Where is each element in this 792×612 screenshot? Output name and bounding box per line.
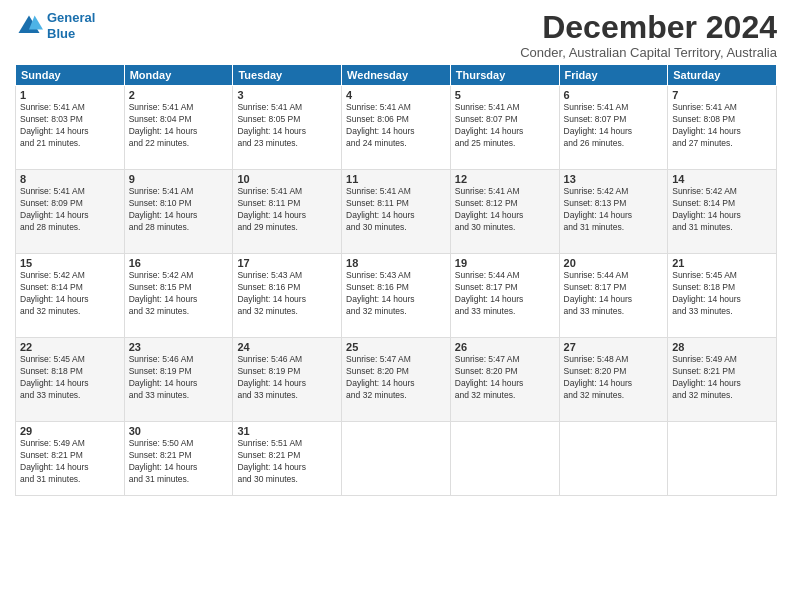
day-number: 31 xyxy=(237,425,337,437)
day-number: 22 xyxy=(20,341,120,353)
calendar-cell: 2 Sunrise: 5:41 AMSunset: 8:04 PMDayligh… xyxy=(124,86,233,170)
day-info: Sunrise: 5:41 AMSunset: 8:06 PMDaylight:… xyxy=(346,102,446,150)
calendar-cell: 13 Sunrise: 5:42 AMSunset: 8:13 PMDaylig… xyxy=(559,170,668,254)
day-header: Sunday xyxy=(16,65,125,86)
day-info: Sunrise: 5:42 AMSunset: 8:15 PMDaylight:… xyxy=(129,270,229,318)
day-header: Monday xyxy=(124,65,233,86)
title-section: December 2024 Conder, Australian Capital… xyxy=(520,10,777,60)
day-info: Sunrise: 5:43 AMSunset: 8:16 PMDaylight:… xyxy=(237,270,337,318)
day-number: 28 xyxy=(672,341,772,353)
logo-icon xyxy=(15,12,43,40)
calendar-cell: 27 Sunrise: 5:48 AMSunset: 8:20 PMDaylig… xyxy=(559,338,668,422)
day-number: 26 xyxy=(455,341,555,353)
day-header: Friday xyxy=(559,65,668,86)
day-number: 17 xyxy=(237,257,337,269)
day-number: 3 xyxy=(237,89,337,101)
calendar-cell: 10 Sunrise: 5:41 AMSunset: 8:11 PMDaylig… xyxy=(233,170,342,254)
calendar-cell: 31 Sunrise: 5:51 AMSunset: 8:21 PMDaylig… xyxy=(233,422,342,496)
page: General Blue December 2024 Conder, Austr… xyxy=(0,0,792,612)
day-number: 29 xyxy=(20,425,120,437)
calendar-cell: 3 Sunrise: 5:41 AMSunset: 8:05 PMDayligh… xyxy=(233,86,342,170)
calendar-cell xyxy=(668,422,777,496)
calendar-cell: 30 Sunrise: 5:50 AMSunset: 8:21 PMDaylig… xyxy=(124,422,233,496)
calendar-cell xyxy=(342,422,451,496)
day-number: 19 xyxy=(455,257,555,269)
logo-text: General Blue xyxy=(47,10,95,41)
day-number: 5 xyxy=(455,89,555,101)
day-info: Sunrise: 5:46 AMSunset: 8:19 PMDaylight:… xyxy=(129,354,229,402)
day-info: Sunrise: 5:41 AMSunset: 8:11 PMDaylight:… xyxy=(237,186,337,234)
subtitle: Conder, Australian Capital Territory, Au… xyxy=(520,45,777,60)
calendar-cell: 6 Sunrise: 5:41 AMSunset: 8:07 PMDayligh… xyxy=(559,86,668,170)
logo-line2: Blue xyxy=(47,26,75,41)
calendar-cell: 9 Sunrise: 5:41 AMSunset: 8:10 PMDayligh… xyxy=(124,170,233,254)
day-info: Sunrise: 5:48 AMSunset: 8:20 PMDaylight:… xyxy=(564,354,664,402)
day-number: 1 xyxy=(20,89,120,101)
day-number: 14 xyxy=(672,173,772,185)
day-info: Sunrise: 5:45 AMSunset: 8:18 PMDaylight:… xyxy=(20,354,120,402)
day-header: Saturday xyxy=(668,65,777,86)
calendar-cell: 24 Sunrise: 5:46 AMSunset: 8:19 PMDaylig… xyxy=(233,338,342,422)
calendar-cell: 12 Sunrise: 5:41 AMSunset: 8:12 PMDaylig… xyxy=(450,170,559,254)
day-number: 11 xyxy=(346,173,446,185)
day-info: Sunrise: 5:42 AMSunset: 8:14 PMDaylight:… xyxy=(20,270,120,318)
logo: General Blue xyxy=(15,10,95,41)
day-number: 18 xyxy=(346,257,446,269)
calendar: SundayMondayTuesdayWednesdayThursdayFrid… xyxy=(15,64,777,496)
calendar-cell: 17 Sunrise: 5:43 AMSunset: 8:16 PMDaylig… xyxy=(233,254,342,338)
day-info: Sunrise: 5:41 AMSunset: 8:08 PMDaylight:… xyxy=(672,102,772,150)
calendar-cell: 8 Sunrise: 5:41 AMSunset: 8:09 PMDayligh… xyxy=(16,170,125,254)
day-number: 21 xyxy=(672,257,772,269)
calendar-cell: 19 Sunrise: 5:44 AMSunset: 8:17 PMDaylig… xyxy=(450,254,559,338)
day-number: 23 xyxy=(129,341,229,353)
day-number: 16 xyxy=(129,257,229,269)
day-number: 10 xyxy=(237,173,337,185)
calendar-cell: 29 Sunrise: 5:49 AMSunset: 8:21 PMDaylig… xyxy=(16,422,125,496)
calendar-cell: 1 Sunrise: 5:41 AMSunset: 8:03 PMDayligh… xyxy=(16,86,125,170)
day-info: Sunrise: 5:47 AMSunset: 8:20 PMDaylight:… xyxy=(455,354,555,402)
day-number: 6 xyxy=(564,89,664,101)
day-number: 8 xyxy=(20,173,120,185)
day-info: Sunrise: 5:45 AMSunset: 8:18 PMDaylight:… xyxy=(672,270,772,318)
day-info: Sunrise: 5:41 AMSunset: 8:10 PMDaylight:… xyxy=(129,186,229,234)
day-info: Sunrise: 5:49 AMSunset: 8:21 PMDaylight:… xyxy=(20,438,120,486)
day-info: Sunrise: 5:44 AMSunset: 8:17 PMDaylight:… xyxy=(564,270,664,318)
day-header: Tuesday xyxy=(233,65,342,86)
calendar-cell: 22 Sunrise: 5:45 AMSunset: 8:18 PMDaylig… xyxy=(16,338,125,422)
day-number: 24 xyxy=(237,341,337,353)
day-number: 30 xyxy=(129,425,229,437)
calendar-cell: 26 Sunrise: 5:47 AMSunset: 8:20 PMDaylig… xyxy=(450,338,559,422)
calendar-cell: 14 Sunrise: 5:42 AMSunset: 8:14 PMDaylig… xyxy=(668,170,777,254)
day-info: Sunrise: 5:41 AMSunset: 8:05 PMDaylight:… xyxy=(237,102,337,150)
day-number: 15 xyxy=(20,257,120,269)
day-number: 13 xyxy=(564,173,664,185)
calendar-cell: 15 Sunrise: 5:42 AMSunset: 8:14 PMDaylig… xyxy=(16,254,125,338)
day-number: 25 xyxy=(346,341,446,353)
calendar-cell: 25 Sunrise: 5:47 AMSunset: 8:20 PMDaylig… xyxy=(342,338,451,422)
day-info: Sunrise: 5:47 AMSunset: 8:20 PMDaylight:… xyxy=(346,354,446,402)
calendar-cell: 18 Sunrise: 5:43 AMSunset: 8:16 PMDaylig… xyxy=(342,254,451,338)
calendar-cell: 23 Sunrise: 5:46 AMSunset: 8:19 PMDaylig… xyxy=(124,338,233,422)
day-info: Sunrise: 5:46 AMSunset: 8:19 PMDaylight:… xyxy=(237,354,337,402)
day-number: 20 xyxy=(564,257,664,269)
day-info: Sunrise: 5:41 AMSunset: 8:04 PMDaylight:… xyxy=(129,102,229,150)
day-info: Sunrise: 5:50 AMSunset: 8:21 PMDaylight:… xyxy=(129,438,229,486)
day-number: 4 xyxy=(346,89,446,101)
calendar-cell: 5 Sunrise: 5:41 AMSunset: 8:07 PMDayligh… xyxy=(450,86,559,170)
day-info: Sunrise: 5:41 AMSunset: 8:07 PMDaylight:… xyxy=(564,102,664,150)
day-info: Sunrise: 5:51 AMSunset: 8:21 PMDaylight:… xyxy=(237,438,337,486)
calendar-cell: 11 Sunrise: 5:41 AMSunset: 8:11 PMDaylig… xyxy=(342,170,451,254)
calendar-cell: 20 Sunrise: 5:44 AMSunset: 8:17 PMDaylig… xyxy=(559,254,668,338)
calendar-cell: 21 Sunrise: 5:45 AMSunset: 8:18 PMDaylig… xyxy=(668,254,777,338)
day-info: Sunrise: 5:41 AMSunset: 8:03 PMDaylight:… xyxy=(20,102,120,150)
header: General Blue December 2024 Conder, Austr… xyxy=(15,10,777,60)
day-info: Sunrise: 5:43 AMSunset: 8:16 PMDaylight:… xyxy=(346,270,446,318)
day-number: 2 xyxy=(129,89,229,101)
calendar-cell xyxy=(559,422,668,496)
day-number: 9 xyxy=(129,173,229,185)
day-info: Sunrise: 5:42 AMSunset: 8:14 PMDaylight:… xyxy=(672,186,772,234)
day-info: Sunrise: 5:41 AMSunset: 8:09 PMDaylight:… xyxy=(20,186,120,234)
day-info: Sunrise: 5:41 AMSunset: 8:12 PMDaylight:… xyxy=(455,186,555,234)
day-info: Sunrise: 5:41 AMSunset: 8:11 PMDaylight:… xyxy=(346,186,446,234)
calendar-cell: 28 Sunrise: 5:49 AMSunset: 8:21 PMDaylig… xyxy=(668,338,777,422)
